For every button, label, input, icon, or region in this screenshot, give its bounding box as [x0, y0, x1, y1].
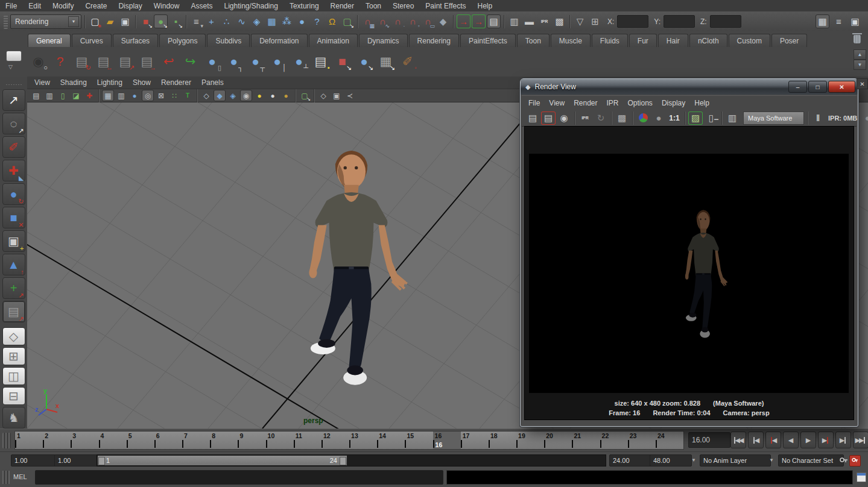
shelf-tab-toon[interactable]: Toon: [517, 34, 550, 47]
redo-previous-render-icon[interactable]: ▤: [541, 112, 556, 125]
status-line-grip[interactable]: [4, 14, 8, 29]
shelf-tab-muscle[interactable]: Muscle: [551, 34, 591, 47]
select-curves-mask-icon[interactable]: ∿: [235, 14, 249, 28]
shelf-tab-hair[interactable]: Hair: [658, 34, 688, 47]
default-light-icon[interactable]: ●: [253, 90, 265, 101]
menu-paint-effects[interactable]: Paint Effects: [425, 2, 466, 10]
play-backwards-button[interactable]: ◀: [783, 432, 799, 448]
timeline-frame-18[interactable]: 18: [489, 432, 516, 449]
select-stack-shelf-icon[interactable]: ▦↘: [376, 52, 395, 71]
shelf-scroll-up-icon[interactable]: ▲: [854, 49, 866, 60]
render-view-title-bar[interactable]: ◆ Render View – □ ✕: [521, 79, 858, 95]
scale-tool-icon[interactable]: ■✕: [2, 207, 25, 228]
redo-icon[interactable]: ↪: [181, 52, 200, 71]
step-back-one-key-button[interactable]: ◀: [748, 432, 764, 448]
resolution-gate-icon[interactable]: ●: [128, 90, 141, 101]
timeline-frame-17[interactable]: 17: [461, 432, 489, 449]
camera-tumble-icon[interactable]: ▤↻: [72, 52, 91, 71]
open-scene-icon[interactable]: ▰: [103, 14, 117, 28]
shelf-tab-poser[interactable]: Poser: [771, 34, 807, 47]
menu-texturing[interactable]: Texturing: [290, 2, 319, 10]
input-connections-icon[interactable]: →: [457, 14, 470, 28]
panel-menu-lighting[interactable]: Lighting: [97, 78, 122, 87]
layout-single-pane-icon[interactable]: ◇: [2, 327, 25, 345]
joint-chain-icon-4[interactable]: ●┴: [290, 52, 308, 71]
menu-modify[interactable]: Modify: [52, 2, 74, 10]
safe-action-icon[interactable]: ∷: [168, 90, 180, 101]
select-tool-icon[interactable]: ↗: [2, 89, 25, 111]
maximize-button[interactable]: □: [808, 81, 827, 93]
delete-icon[interactable]: ●▯: [203, 52, 221, 71]
menu-assets[interactable]: Assets: [191, 2, 212, 10]
ipr-region-indicator-icon[interactable]: ●: [860, 112, 868, 125]
renderer-selector[interactable]: Maya Software: [743, 112, 804, 125]
minimize-button[interactable]: –: [788, 81, 807, 93]
lock-selection-icon[interactable]: Ω: [325, 14, 339, 28]
timeline-frame-16[interactable]: 1616: [433, 432, 461, 449]
playback-range-bar[interactable]: 1 24: [98, 456, 347, 465]
rgb-channels-icon[interactable]: [636, 112, 650, 125]
shelf-tab-subdivs[interactable]: Subdivs: [207, 34, 250, 47]
move-tool-icon[interactable]: ✚◣: [2, 160, 25, 181]
shelf-tab-deformation[interactable]: Deformation: [251, 34, 307, 47]
open-render-view-icon[interactable]: ▥: [507, 14, 521, 28]
show-manipulator-icon[interactable]: +↗: [2, 277, 25, 299]
film-gate-icon[interactable]: ▥: [115, 90, 127, 101]
timeline-frame-11[interactable]: 11: [294, 432, 322, 449]
timeline-frame-7[interactable]: 7: [182, 432, 210, 449]
render-view-menu-options[interactable]: Options: [628, 99, 653, 107]
shelf-menu-button[interactable]: [6, 51, 22, 61]
rendered-image[interactable]: [529, 154, 849, 393]
menu-lighting-shading[interactable]: Lighting/Shading: [224, 2, 277, 10]
select-deformations-mask-icon[interactable]: ▦: [265, 14, 279, 28]
range-start-handle[interactable]: [98, 457, 105, 465]
isolate-select-icon[interactable]: ▢↘: [299, 90, 311, 101]
select-surfaces-mask-icon[interactable]: ◈: [250, 14, 264, 28]
quick-select-dropdown-icon[interactable]: ▽: [573, 14, 587, 28]
last-tool-camera-icon[interactable]: ▤↗: [2, 301, 25, 322]
toolbox-grip[interactable]: [6, 84, 22, 85]
panel-menu-renderer[interactable]: Renderer: [161, 78, 191, 87]
camera-dolly-icon[interactable]: ▤↗: [116, 52, 135, 71]
new-scene-icon[interactable]: ▢∗: [88, 14, 102, 28]
menu-window[interactable]: Window: [154, 2, 180, 10]
menu-render[interactable]: Render: [331, 2, 354, 10]
render-settings-icon[interactable]: ▩: [553, 14, 566, 28]
select-camera-icon[interactable]: ▤: [30, 90, 42, 101]
range-slider-track[interactable]: 1 24: [97, 454, 606, 467]
z-coordinate-field[interactable]: [710, 15, 741, 28]
playblast-icon[interactable]: ◉○: [29, 52, 48, 71]
timeline-frame-15[interactable]: 15: [405, 432, 432, 449]
snap-to-projected-center-icon[interactable]: ∩◦: [406, 14, 420, 28]
shelf-tab-dynamics[interactable]: Dynamics: [359, 34, 408, 47]
select-joints-mask-icon[interactable]: ∴: [220, 14, 233, 28]
ipr-render-icon[interactable]: IPR: [578, 112, 592, 125]
mel-toggle-label[interactable]: MEL: [13, 473, 27, 480]
undo-icon[interactable]: ↩: [159, 52, 178, 71]
pan-zoom-icon[interactable]: ✚: [83, 90, 95, 101]
render-view-menu-view[interactable]: View: [549, 99, 565, 107]
save-scene-icon[interactable]: ▣: [118, 14, 132, 28]
share-nodes-icon[interactable]: ≺: [344, 90, 356, 101]
timeline-frame-8[interactable]: 8: [210, 432, 238, 449]
joint-chain-icon-3[interactable]: ●│: [268, 52, 287, 71]
menu-help[interactable]: Help: [478, 2, 493, 10]
timeline-frame-21[interactable]: 21: [572, 432, 600, 449]
select-component-mode-icon[interactable]: ▪↘: [169, 14, 183, 28]
anim-layer-dropdown-icon[interactable]: ▼: [689, 456, 698, 463]
camera-attributes-icon[interactable]: ▥: [43, 90, 55, 101]
timeline-frame-24[interactable]: 24: [656, 432, 683, 449]
shelf-tab-animation[interactable]: Animation: [309, 34, 358, 47]
timeline-frame-12[interactable]: 12: [322, 432, 349, 449]
menu-file[interactable]: File: [5, 2, 17, 10]
shelf-trash-icon[interactable]: [854, 35, 861, 43]
output-connections-icon[interactable]: →: [472, 14, 486, 28]
refresh-ipr-icon[interactable]: ↻: [594, 112, 608, 125]
timeline-frame-20[interactable]: 20: [544, 432, 572, 449]
step-back-one-frame-button[interactable]: ◀: [765, 432, 781, 448]
menu-display[interactable]: Display: [118, 2, 142, 10]
x-coordinate-field[interactable]: [617, 15, 648, 28]
timeline-frame-3[interactable]: 3: [71, 432, 98, 449]
menu-stereo[interactable]: Stereo: [393, 2, 414, 10]
close-button[interactable]: ✕: [828, 81, 855, 93]
